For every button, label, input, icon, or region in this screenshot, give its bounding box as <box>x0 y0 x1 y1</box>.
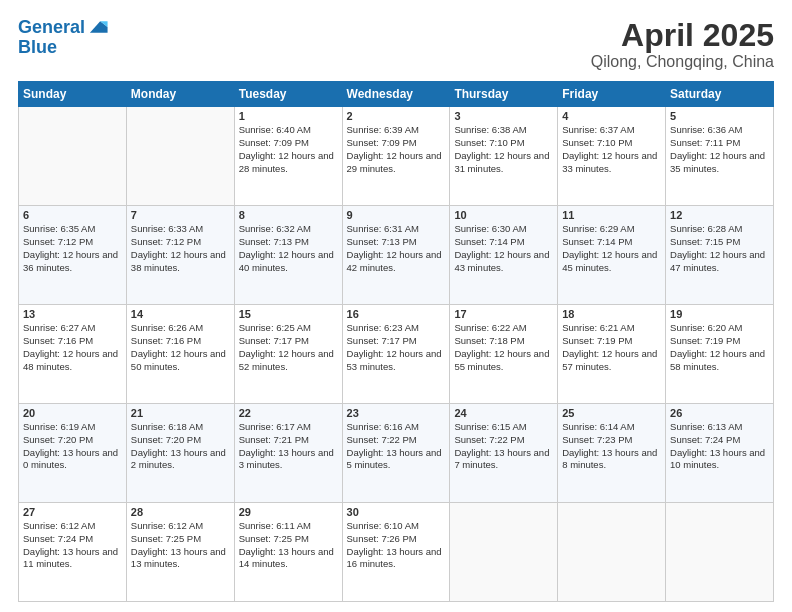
title-block: April 2025 Qilong, Chongqing, China <box>591 18 774 71</box>
day-number: 29 <box>239 506 338 518</box>
table-row: 15Sunrise: 6:25 AMSunset: 7:17 PMDayligh… <box>234 305 342 404</box>
week-row-4: 20Sunrise: 6:19 AMSunset: 7:20 PMDayligh… <box>19 404 774 503</box>
week-row-1: 1Sunrise: 6:40 AMSunset: 7:09 PMDaylight… <box>19 107 774 206</box>
day-info: Sunrise: 6:15 AMSunset: 7:22 PMDaylight:… <box>454 421 553 472</box>
calendar-title: April 2025 <box>591 18 774 53</box>
day-info: Sunrise: 6:21 AMSunset: 7:19 PMDaylight:… <box>562 322 661 373</box>
day-info: Sunrise: 6:17 AMSunset: 7:21 PMDaylight:… <box>239 421 338 472</box>
table-row: 28Sunrise: 6:12 AMSunset: 7:25 PMDayligh… <box>126 503 234 602</box>
day-info: Sunrise: 6:40 AMSunset: 7:09 PMDaylight:… <box>239 124 338 175</box>
header: General Blue April 2025 Qilong, Chongqin… <box>18 18 774 71</box>
table-row: 29Sunrise: 6:11 AMSunset: 7:25 PMDayligh… <box>234 503 342 602</box>
day-number: 27 <box>23 506 122 518</box>
day-info: Sunrise: 6:12 AMSunset: 7:24 PMDaylight:… <box>23 520 122 571</box>
table-row <box>666 503 774 602</box>
day-number: 12 <box>670 209 769 221</box>
day-number: 7 <box>131 209 230 221</box>
day-number: 1 <box>239 110 338 122</box>
table-row: 22Sunrise: 6:17 AMSunset: 7:21 PMDayligh… <box>234 404 342 503</box>
day-number: 2 <box>347 110 446 122</box>
table-row: 25Sunrise: 6:14 AMSunset: 7:23 PMDayligh… <box>558 404 666 503</box>
table-row <box>19 107 127 206</box>
day-number: 30 <box>347 506 446 518</box>
table-row: 13Sunrise: 6:27 AMSunset: 7:16 PMDayligh… <box>19 305 127 404</box>
table-row: 27Sunrise: 6:12 AMSunset: 7:24 PMDayligh… <box>19 503 127 602</box>
logo-icon <box>87 16 109 38</box>
day-info: Sunrise: 6:27 AMSunset: 7:16 PMDaylight:… <box>23 322 122 373</box>
day-number: 23 <box>347 407 446 419</box>
calendar-subtitle: Qilong, Chongqing, China <box>591 53 774 71</box>
table-row: 7Sunrise: 6:33 AMSunset: 7:12 PMDaylight… <box>126 206 234 305</box>
table-row: 3Sunrise: 6:38 AMSunset: 7:10 PMDaylight… <box>450 107 558 206</box>
table-row: 2Sunrise: 6:39 AMSunset: 7:09 PMDaylight… <box>342 107 450 206</box>
day-number: 3 <box>454 110 553 122</box>
logo-text: General <box>18 18 85 38</box>
day-info: Sunrise: 6:13 AMSunset: 7:24 PMDaylight:… <box>670 421 769 472</box>
day-info: Sunrise: 6:11 AMSunset: 7:25 PMDaylight:… <box>239 520 338 571</box>
day-number: 20 <box>23 407 122 419</box>
table-row: 16Sunrise: 6:23 AMSunset: 7:17 PMDayligh… <box>342 305 450 404</box>
day-info: Sunrise: 6:28 AMSunset: 7:15 PMDaylight:… <box>670 223 769 274</box>
day-info: Sunrise: 6:25 AMSunset: 7:17 PMDaylight:… <box>239 322 338 373</box>
table-row: 8Sunrise: 6:32 AMSunset: 7:13 PMDaylight… <box>234 206 342 305</box>
day-info: Sunrise: 6:38 AMSunset: 7:10 PMDaylight:… <box>454 124 553 175</box>
table-row: 26Sunrise: 6:13 AMSunset: 7:24 PMDayligh… <box>666 404 774 503</box>
day-number: 13 <box>23 308 122 320</box>
day-info: Sunrise: 6:26 AMSunset: 7:16 PMDaylight:… <box>131 322 230 373</box>
table-row: 10Sunrise: 6:30 AMSunset: 7:14 PMDayligh… <box>450 206 558 305</box>
day-info: Sunrise: 6:18 AMSunset: 7:20 PMDaylight:… <box>131 421 230 472</box>
table-row: 20Sunrise: 6:19 AMSunset: 7:20 PMDayligh… <box>19 404 127 503</box>
col-wednesday: Wednesday <box>342 82 450 107</box>
table-row: 30Sunrise: 6:10 AMSunset: 7:26 PMDayligh… <box>342 503 450 602</box>
day-info: Sunrise: 6:39 AMSunset: 7:09 PMDaylight:… <box>347 124 446 175</box>
day-number: 6 <box>23 209 122 221</box>
day-info: Sunrise: 6:16 AMSunset: 7:22 PMDaylight:… <box>347 421 446 472</box>
day-info: Sunrise: 6:32 AMSunset: 7:13 PMDaylight:… <box>239 223 338 274</box>
day-info: Sunrise: 6:31 AMSunset: 7:13 PMDaylight:… <box>347 223 446 274</box>
day-number: 15 <box>239 308 338 320</box>
calendar-header-row: Sunday Monday Tuesday Wednesday Thursday… <box>19 82 774 107</box>
table-row: 19Sunrise: 6:20 AMSunset: 7:19 PMDayligh… <box>666 305 774 404</box>
day-info: Sunrise: 6:19 AMSunset: 7:20 PMDaylight:… <box>23 421 122 472</box>
table-row: 12Sunrise: 6:28 AMSunset: 7:15 PMDayligh… <box>666 206 774 305</box>
day-info: Sunrise: 6:23 AMSunset: 7:17 PMDaylight:… <box>347 322 446 373</box>
table-row: 23Sunrise: 6:16 AMSunset: 7:22 PMDayligh… <box>342 404 450 503</box>
day-number: 19 <box>670 308 769 320</box>
day-number: 10 <box>454 209 553 221</box>
day-info: Sunrise: 6:30 AMSunset: 7:14 PMDaylight:… <box>454 223 553 274</box>
day-number: 14 <box>131 308 230 320</box>
week-row-3: 13Sunrise: 6:27 AMSunset: 7:16 PMDayligh… <box>19 305 774 404</box>
table-row: 6Sunrise: 6:35 AMSunset: 7:12 PMDaylight… <box>19 206 127 305</box>
day-number: 24 <box>454 407 553 419</box>
table-row <box>450 503 558 602</box>
day-number: 16 <box>347 308 446 320</box>
page: General Blue April 2025 Qilong, Chongqin… <box>0 0 792 612</box>
table-row: 1Sunrise: 6:40 AMSunset: 7:09 PMDaylight… <box>234 107 342 206</box>
day-number: 8 <box>239 209 338 221</box>
col-friday: Friday <box>558 82 666 107</box>
table-row <box>126 107 234 206</box>
col-saturday: Saturday <box>666 82 774 107</box>
logo-blue: Blue <box>18 38 109 56</box>
table-row: 21Sunrise: 6:18 AMSunset: 7:20 PMDayligh… <box>126 404 234 503</box>
day-number: 26 <box>670 407 769 419</box>
table-row: 14Sunrise: 6:26 AMSunset: 7:16 PMDayligh… <box>126 305 234 404</box>
table-row: 5Sunrise: 6:36 AMSunset: 7:11 PMDaylight… <box>666 107 774 206</box>
day-info: Sunrise: 6:10 AMSunset: 7:26 PMDaylight:… <box>347 520 446 571</box>
day-info: Sunrise: 6:37 AMSunset: 7:10 PMDaylight:… <box>562 124 661 175</box>
col-sunday: Sunday <box>19 82 127 107</box>
day-info: Sunrise: 6:33 AMSunset: 7:12 PMDaylight:… <box>131 223 230 274</box>
day-number: 22 <box>239 407 338 419</box>
day-info: Sunrise: 6:22 AMSunset: 7:18 PMDaylight:… <box>454 322 553 373</box>
day-number: 9 <box>347 209 446 221</box>
day-number: 11 <box>562 209 661 221</box>
day-number: 5 <box>670 110 769 122</box>
table-row: 18Sunrise: 6:21 AMSunset: 7:19 PMDayligh… <box>558 305 666 404</box>
day-info: Sunrise: 6:35 AMSunset: 7:12 PMDaylight:… <box>23 223 122 274</box>
table-row: 9Sunrise: 6:31 AMSunset: 7:13 PMDaylight… <box>342 206 450 305</box>
day-number: 4 <box>562 110 661 122</box>
table-row: 4Sunrise: 6:37 AMSunset: 7:10 PMDaylight… <box>558 107 666 206</box>
week-row-5: 27Sunrise: 6:12 AMSunset: 7:24 PMDayligh… <box>19 503 774 602</box>
day-info: Sunrise: 6:20 AMSunset: 7:19 PMDaylight:… <box>670 322 769 373</box>
table-row: 24Sunrise: 6:15 AMSunset: 7:22 PMDayligh… <box>450 404 558 503</box>
